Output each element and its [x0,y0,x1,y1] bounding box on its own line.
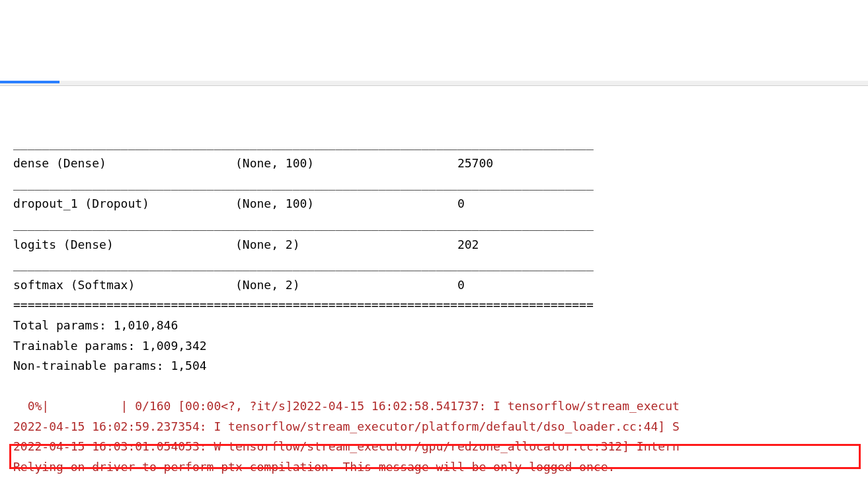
top-progress-strip [0,81,868,86]
layer-name: logits (Dense) [13,238,114,251]
layer-name: softmax (Softmax) [13,278,135,292]
layer-name: dropout_1 (Dropout) [13,196,149,210]
stderr-line: 2022-04-15 16:03:01.054053: W tensorflow… [13,439,680,453]
stderr-line: 0%| | 0/160 [00:00<?, ?it/s]2022-04-15 1… [13,399,680,413]
layer-params: 0 [457,196,465,210]
layer-output-shape: (None, 2) [235,278,300,292]
hr: ________________________________________… [13,257,594,271]
trainable-params: Trainable params: 1,009,342 [13,339,207,353]
layer-row: softmax (Softmax) (None, 2) 0 [13,278,465,292]
layer-params: 25700 [457,156,493,170]
hr: ________________________________________… [13,177,594,191]
layer-output-shape: (None, 2) [235,238,300,251]
hr-heavy: ========================================… [13,298,594,312]
layer-row: dropout_1 (Dropout) (None, 100) 0 [13,196,465,210]
layer-params: 202 [457,238,479,251]
layer-name: dense (Dense) [13,156,106,170]
layer-row: dense (Dense) (None, 100) 25700 [13,156,493,170]
hr: ________________________________________… [13,136,594,150]
stderr-line: 2022-04-15 16:02:59.237354: I tensorflow… [13,419,680,433]
hr: ________________________________________… [13,217,594,231]
total-params: Total params: 1,010,846 [13,318,178,332]
layer-output-shape: (None, 100) [235,196,314,210]
stderr-line: Relying on driver to perform ptx compila… [13,460,615,474]
layer-row: logits (Dense) (None, 2) 202 [13,238,479,251]
nontrainable-params: Non-trainable params: 1,504 [13,359,207,372]
layer-output-shape: (None, 100) [235,156,314,170]
layer-params: 0 [457,278,465,292]
cell-output: ________________________________________… [0,127,868,477]
loading-indicator [0,81,59,83]
